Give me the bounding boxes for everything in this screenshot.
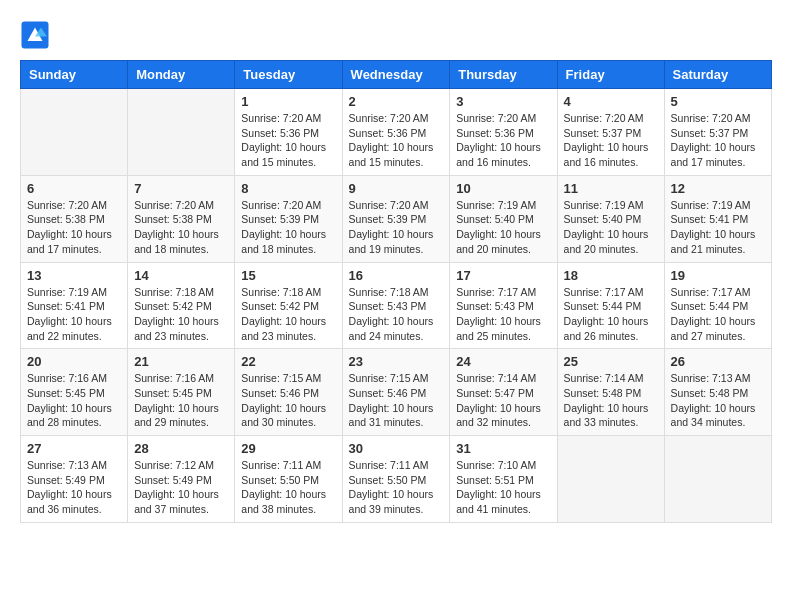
day-info: Sunrise: 7:14 AM Sunset: 5:48 PM Dayligh… xyxy=(564,371,658,430)
calendar: SundayMondayTuesdayWednesdayThursdayFrid… xyxy=(20,60,772,523)
calendar-cell: 6Sunrise: 7:20 AM Sunset: 5:38 PM Daylig… xyxy=(21,175,128,262)
day-number: 20 xyxy=(27,354,121,369)
calendar-cell: 24Sunrise: 7:14 AM Sunset: 5:47 PM Dayli… xyxy=(450,349,557,436)
calendar-cell: 13Sunrise: 7:19 AM Sunset: 5:41 PM Dayli… xyxy=(21,262,128,349)
calendar-cell: 9Sunrise: 7:20 AM Sunset: 5:39 PM Daylig… xyxy=(342,175,450,262)
day-info: Sunrise: 7:17 AM Sunset: 5:44 PM Dayligh… xyxy=(564,285,658,344)
day-info: Sunrise: 7:13 AM Sunset: 5:48 PM Dayligh… xyxy=(671,371,765,430)
calendar-cell: 12Sunrise: 7:19 AM Sunset: 5:41 PM Dayli… xyxy=(664,175,771,262)
calendar-cell: 20Sunrise: 7:16 AM Sunset: 5:45 PM Dayli… xyxy=(21,349,128,436)
day-info: Sunrise: 7:18 AM Sunset: 5:42 PM Dayligh… xyxy=(134,285,228,344)
day-number: 15 xyxy=(241,268,335,283)
day-info: Sunrise: 7:20 AM Sunset: 5:39 PM Dayligh… xyxy=(241,198,335,257)
day-number: 5 xyxy=(671,94,765,109)
calendar-cell: 16Sunrise: 7:18 AM Sunset: 5:43 PM Dayli… xyxy=(342,262,450,349)
day-number: 17 xyxy=(456,268,550,283)
day-info: Sunrise: 7:16 AM Sunset: 5:45 PM Dayligh… xyxy=(27,371,121,430)
day-number: 24 xyxy=(456,354,550,369)
calendar-cell: 1Sunrise: 7:20 AM Sunset: 5:36 PM Daylig… xyxy=(235,89,342,176)
day-info: Sunrise: 7:19 AM Sunset: 5:40 PM Dayligh… xyxy=(564,198,658,257)
day-number: 2 xyxy=(349,94,444,109)
day-number: 27 xyxy=(27,441,121,456)
day-number: 6 xyxy=(27,181,121,196)
calendar-cell: 25Sunrise: 7:14 AM Sunset: 5:48 PM Dayli… xyxy=(557,349,664,436)
day-number: 28 xyxy=(134,441,228,456)
day-number: 11 xyxy=(564,181,658,196)
day-number: 13 xyxy=(27,268,121,283)
day-info: Sunrise: 7:19 AM Sunset: 5:40 PM Dayligh… xyxy=(456,198,550,257)
day-number: 26 xyxy=(671,354,765,369)
day-number: 14 xyxy=(134,268,228,283)
calendar-cell: 27Sunrise: 7:13 AM Sunset: 5:49 PM Dayli… xyxy=(21,436,128,523)
calendar-cell: 18Sunrise: 7:17 AM Sunset: 5:44 PM Dayli… xyxy=(557,262,664,349)
day-info: Sunrise: 7:20 AM Sunset: 5:36 PM Dayligh… xyxy=(349,111,444,170)
calendar-cell: 26Sunrise: 7:13 AM Sunset: 5:48 PM Dayli… xyxy=(664,349,771,436)
week-row-1: 1Sunrise: 7:20 AM Sunset: 5:36 PM Daylig… xyxy=(21,89,772,176)
day-info: Sunrise: 7:20 AM Sunset: 5:36 PM Dayligh… xyxy=(456,111,550,170)
day-number: 9 xyxy=(349,181,444,196)
calendar-cell: 28Sunrise: 7:12 AM Sunset: 5:49 PM Dayli… xyxy=(128,436,235,523)
week-row-3: 13Sunrise: 7:19 AM Sunset: 5:41 PM Dayli… xyxy=(21,262,772,349)
calendar-cell: 29Sunrise: 7:11 AM Sunset: 5:50 PM Dayli… xyxy=(235,436,342,523)
day-info: Sunrise: 7:13 AM Sunset: 5:49 PM Dayligh… xyxy=(27,458,121,517)
calendar-cell xyxy=(128,89,235,176)
day-number: 25 xyxy=(564,354,658,369)
day-info: Sunrise: 7:20 AM Sunset: 5:38 PM Dayligh… xyxy=(134,198,228,257)
day-info: Sunrise: 7:20 AM Sunset: 5:37 PM Dayligh… xyxy=(671,111,765,170)
day-number: 7 xyxy=(134,181,228,196)
day-number: 16 xyxy=(349,268,444,283)
day-number: 22 xyxy=(241,354,335,369)
day-number: 23 xyxy=(349,354,444,369)
logo-icon xyxy=(20,20,50,50)
calendar-cell: 21Sunrise: 7:16 AM Sunset: 5:45 PM Dayli… xyxy=(128,349,235,436)
week-row-2: 6Sunrise: 7:20 AM Sunset: 5:38 PM Daylig… xyxy=(21,175,772,262)
day-info: Sunrise: 7:10 AM Sunset: 5:51 PM Dayligh… xyxy=(456,458,550,517)
calendar-cell: 5Sunrise: 7:20 AM Sunset: 5:37 PM Daylig… xyxy=(664,89,771,176)
calendar-cell: 22Sunrise: 7:15 AM Sunset: 5:46 PM Dayli… xyxy=(235,349,342,436)
calendar-cell: 2Sunrise: 7:20 AM Sunset: 5:36 PM Daylig… xyxy=(342,89,450,176)
column-header-sunday: Sunday xyxy=(21,61,128,89)
week-row-5: 27Sunrise: 7:13 AM Sunset: 5:49 PM Dayli… xyxy=(21,436,772,523)
day-number: 4 xyxy=(564,94,658,109)
day-info: Sunrise: 7:18 AM Sunset: 5:43 PM Dayligh… xyxy=(349,285,444,344)
day-number: 12 xyxy=(671,181,765,196)
day-info: Sunrise: 7:17 AM Sunset: 5:43 PM Dayligh… xyxy=(456,285,550,344)
calendar-cell: 17Sunrise: 7:17 AM Sunset: 5:43 PM Dayli… xyxy=(450,262,557,349)
column-header-friday: Friday xyxy=(557,61,664,89)
day-info: Sunrise: 7:18 AM Sunset: 5:42 PM Dayligh… xyxy=(241,285,335,344)
calendar-cell: 4Sunrise: 7:20 AM Sunset: 5:37 PM Daylig… xyxy=(557,89,664,176)
day-number: 10 xyxy=(456,181,550,196)
day-info: Sunrise: 7:20 AM Sunset: 5:37 PM Dayligh… xyxy=(564,111,658,170)
column-header-thursday: Thursday xyxy=(450,61,557,89)
calendar-cell xyxy=(557,436,664,523)
day-info: Sunrise: 7:14 AM Sunset: 5:47 PM Dayligh… xyxy=(456,371,550,430)
calendar-cell: 8Sunrise: 7:20 AM Sunset: 5:39 PM Daylig… xyxy=(235,175,342,262)
calendar-cell: 10Sunrise: 7:19 AM Sunset: 5:40 PM Dayli… xyxy=(450,175,557,262)
day-number: 21 xyxy=(134,354,228,369)
calendar-header-row: SundayMondayTuesdayWednesdayThursdayFrid… xyxy=(21,61,772,89)
column-header-saturday: Saturday xyxy=(664,61,771,89)
calendar-cell xyxy=(21,89,128,176)
day-info: Sunrise: 7:17 AM Sunset: 5:44 PM Dayligh… xyxy=(671,285,765,344)
day-info: Sunrise: 7:19 AM Sunset: 5:41 PM Dayligh… xyxy=(671,198,765,257)
calendar-cell: 14Sunrise: 7:18 AM Sunset: 5:42 PM Dayli… xyxy=(128,262,235,349)
column-header-tuesday: Tuesday xyxy=(235,61,342,89)
calendar-cell: 11Sunrise: 7:19 AM Sunset: 5:40 PM Dayli… xyxy=(557,175,664,262)
week-row-4: 20Sunrise: 7:16 AM Sunset: 5:45 PM Dayli… xyxy=(21,349,772,436)
column-header-wednesday: Wednesday xyxy=(342,61,450,89)
day-info: Sunrise: 7:19 AM Sunset: 5:41 PM Dayligh… xyxy=(27,285,121,344)
day-info: Sunrise: 7:20 AM Sunset: 5:39 PM Dayligh… xyxy=(349,198,444,257)
day-info: Sunrise: 7:20 AM Sunset: 5:38 PM Dayligh… xyxy=(27,198,121,257)
day-number: 3 xyxy=(456,94,550,109)
day-number: 29 xyxy=(241,441,335,456)
day-info: Sunrise: 7:15 AM Sunset: 5:46 PM Dayligh… xyxy=(349,371,444,430)
day-number: 30 xyxy=(349,441,444,456)
page-header xyxy=(20,20,772,50)
day-info: Sunrise: 7:20 AM Sunset: 5:36 PM Dayligh… xyxy=(241,111,335,170)
day-info: Sunrise: 7:12 AM Sunset: 5:49 PM Dayligh… xyxy=(134,458,228,517)
column-header-monday: Monday xyxy=(128,61,235,89)
calendar-cell: 3Sunrise: 7:20 AM Sunset: 5:36 PM Daylig… xyxy=(450,89,557,176)
calendar-cell: 19Sunrise: 7:17 AM Sunset: 5:44 PM Dayli… xyxy=(664,262,771,349)
calendar-cell: 30Sunrise: 7:11 AM Sunset: 5:50 PM Dayli… xyxy=(342,436,450,523)
day-info: Sunrise: 7:15 AM Sunset: 5:46 PM Dayligh… xyxy=(241,371,335,430)
